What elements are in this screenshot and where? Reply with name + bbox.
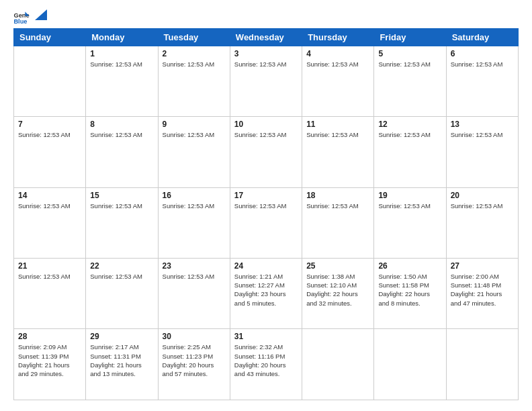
calendar-cell: 11Sunrise: 12:53 AM	[302, 117, 374, 187]
calendar-header-wednesday: Wednesday	[230, 29, 302, 46]
day-info: Sunrise: 2:25 AMSunset: 11:23 PMDaylight…	[163, 342, 226, 378]
day-number: 5	[378, 49, 441, 58]
calendar-cell	[374, 329, 446, 400]
calendar-cell: 14Sunrise: 12:53 AM	[14, 187, 86, 258]
day-number: 9	[163, 120, 226, 129]
day-number: 7	[18, 120, 81, 129]
day-number: 21	[18, 261, 81, 271]
calendar-cell: 24Sunrise: 1:21 AMSunset: 12:27 AMDaylig…	[230, 258, 302, 329]
day-info: Sunrise: 2:17 AMSunset: 11:31 PMDaylight…	[90, 342, 153, 378]
day-info: Sunrise: 12:53 AM	[234, 130, 298, 139]
calendar-cell: 20Sunrise: 12:53 AM	[446, 187, 518, 258]
day-info: Sunrise: 12:53 AM	[234, 201, 298, 210]
day-info: Sunrise: 12:53 AM	[163, 272, 226, 281]
day-number: 10	[234, 120, 298, 129]
calendar-header-friday: Friday	[374, 29, 446, 46]
day-info: Sunrise: 12:53 AM	[163, 130, 226, 139]
day-info: Sunrise: 12:53 AM	[451, 60, 514, 68]
day-number: 20	[451, 191, 514, 200]
day-number: 18	[306, 191, 369, 200]
calendar-cell: 30Sunrise: 2:25 AMSunset: 11:23 PMDaylig…	[158, 329, 230, 400]
logo-icon: General Blue	[13, 11, 30, 24]
day-number: 11	[306, 120, 369, 129]
logo: General Blue	[13, 11, 47, 24]
logo-triangle-icon	[35, 9, 47, 20]
day-number: 6	[451, 49, 514, 58]
calendar-header-sunday: Sunday	[14, 29, 86, 46]
day-info: Sunrise: 12:53 AM	[378, 201, 441, 210]
calendar-header-tuesday: Tuesday	[158, 29, 230, 46]
calendar-cell: 27Sunrise: 2:00 AMSunset: 11:48 PMDaylig…	[446, 258, 518, 329]
day-number: 16	[163, 191, 226, 200]
day-info: Sunrise: 12:53 AM	[306, 60, 369, 68]
day-number: 26	[378, 261, 441, 271]
day-info: Sunrise: 2:32 AMSunset: 11:16 PMDaylight…	[234, 342, 298, 378]
calendar-table: SundayMondayTuesdayWednesdayThursdayFrid…	[13, 28, 519, 400]
day-info: Sunrise: 12:53 AM	[90, 60, 153, 68]
calendar-cell: 31Sunrise: 2:32 AMSunset: 11:16 PMDaylig…	[230, 329, 302, 400]
day-number: 22	[90, 261, 153, 271]
day-info: Sunrise: 1:21 AMSunset: 12:27 AMDaylight…	[234, 272, 298, 308]
day-number: 19	[378, 191, 441, 200]
day-info: Sunrise: 12:53 AM	[234, 60, 298, 68]
calendar-cell: 10Sunrise: 12:53 AM	[230, 117, 302, 187]
day-number: 24	[234, 261, 298, 271]
calendar-cell	[446, 329, 518, 400]
day-info: Sunrise: 2:00 AMSunset: 11:48 PMDaylight…	[451, 272, 514, 308]
calendar-week-row: 7Sunrise: 12:53 AM8Sunrise: 12:53 AM9Sun…	[14, 117, 519, 187]
calendar-header-monday: Monday	[86, 29, 158, 46]
calendar-cell: 16Sunrise: 12:53 AM	[158, 187, 230, 258]
calendar-cell: 4Sunrise: 12:53 AM	[302, 46, 374, 117]
day-number: 29	[90, 332, 153, 341]
header: General Blue	[13, 11, 519, 24]
calendar-cell: 18Sunrise: 12:53 AM	[302, 187, 374, 258]
day-number: 15	[90, 191, 153, 200]
day-number: 17	[234, 191, 298, 200]
calendar-cell: 1Sunrise: 12:53 AM	[86, 46, 158, 117]
calendar-cell: 9Sunrise: 12:53 AM	[158, 117, 230, 187]
calendar-cell: 12Sunrise: 12:53 AM	[374, 117, 446, 187]
calendar-cell: 21Sunrise: 12:53 AM	[14, 258, 86, 329]
day-number: 23	[163, 261, 226, 271]
day-number: 3	[234, 49, 298, 58]
calendar-cell: 5Sunrise: 12:53 AM	[374, 46, 446, 117]
calendar-cell: 19Sunrise: 12:53 AM	[374, 187, 446, 258]
calendar-cell: 17Sunrise: 12:53 AM	[230, 187, 302, 258]
day-info: Sunrise: 12:53 AM	[18, 201, 81, 210]
day-number: 30	[163, 332, 226, 341]
calendar-week-row: 14Sunrise: 12:53 AM15Sunrise: 12:53 AM16…	[14, 187, 519, 258]
calendar-cell: 15Sunrise: 12:53 AM	[86, 187, 158, 258]
calendar-cell: 22Sunrise: 12:53 AM	[86, 258, 158, 329]
svg-marker-3	[35, 9, 47, 20]
day-info: Sunrise: 12:53 AM	[378, 130, 441, 139]
calendar-cell: 13Sunrise: 12:53 AM	[446, 117, 518, 187]
day-info: Sunrise: 12:53 AM	[18, 272, 81, 281]
calendar-cell	[14, 46, 86, 117]
day-number: 31	[234, 332, 298, 341]
day-info: Sunrise: 12:53 AM	[163, 60, 226, 68]
day-info: Sunrise: 12:53 AM	[306, 130, 369, 139]
day-info: Sunrise: 12:53 AM	[90, 201, 153, 210]
day-info: Sunrise: 12:53 AM	[378, 60, 441, 68]
calendar-cell: 7Sunrise: 12:53 AM	[14, 117, 86, 187]
calendar-week-row: 21Sunrise: 12:53 AM22Sunrise: 12:53 AM23…	[14, 258, 519, 329]
day-number: 27	[451, 261, 514, 271]
calendar-header-thursday: Thursday	[302, 29, 374, 46]
day-number: 4	[306, 49, 369, 58]
calendar-header-row: SundayMondayTuesdayWednesdayThursdayFrid…	[14, 29, 519, 46]
day-info: Sunrise: 1:50 AMSunset: 11:58 PMDaylight…	[378, 272, 441, 308]
day-info: Sunrise: 2:09 AMSunset: 11:39 PMDaylight…	[18, 342, 81, 378]
calendar-cell: 8Sunrise: 12:53 AM	[86, 117, 158, 187]
calendar-cell: 23Sunrise: 12:53 AM	[158, 258, 230, 329]
day-number: 25	[306, 261, 369, 271]
day-number: 8	[90, 120, 153, 129]
calendar-week-row: 28Sunrise: 2:09 AMSunset: 11:39 PMDaylig…	[14, 329, 519, 400]
page: General Blue SundayMondayTuesdayWednesda…	[0, 0, 532, 411]
day-info: Sunrise: 12:53 AM	[451, 201, 514, 210]
calendar-cell: 25Sunrise: 1:38 AMSunset: 12:10 AMDaylig…	[302, 258, 374, 329]
day-info: Sunrise: 1:38 AMSunset: 12:10 AMDaylight…	[306, 272, 369, 308]
day-info: Sunrise: 12:53 AM	[306, 201, 369, 210]
calendar-cell: 26Sunrise: 1:50 AMSunset: 11:58 PMDaylig…	[374, 258, 446, 329]
day-info: Sunrise: 12:53 AM	[90, 130, 153, 139]
day-info: Sunrise: 12:53 AM	[163, 201, 226, 210]
